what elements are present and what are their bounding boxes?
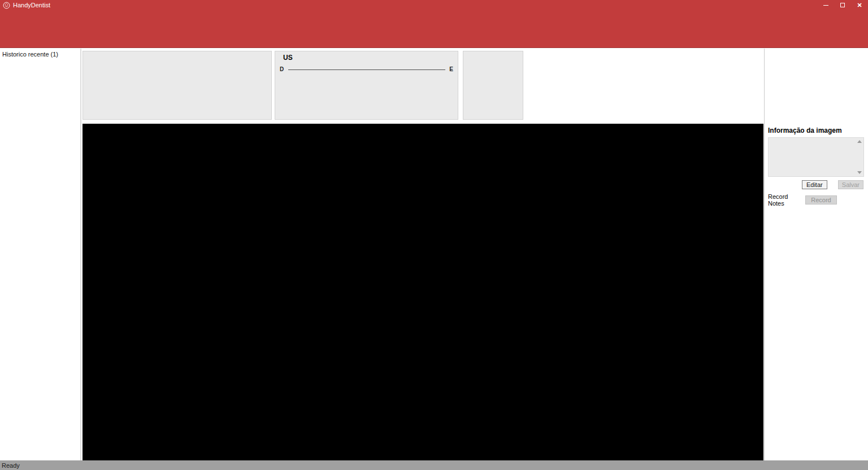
- numbering-system-label: US: [283, 54, 293, 62]
- record-notes-label: Record Notes: [768, 193, 805, 207]
- toolbar: [0, 21, 868, 48]
- menu-bar: [0, 10, 868, 21]
- status-bar: Ready: [0, 460, 868, 470]
- scroll-up-arrow-icon[interactable]: [857, 140, 862, 143]
- status-text: Ready: [2, 462, 20, 469]
- comments-textarea[interactable]: [768, 137, 864, 177]
- app-logo-icon: [3, 2, 10, 9]
- scroll-down-arrow-icon[interactable]: [857, 171, 862, 174]
- image-info-panel: Informação da imagem Editar Salvar Recor…: [764, 49, 868, 460]
- quadrant-horizontal-divider: [288, 69, 445, 71]
- main-area: Historico recente (1) US D E Informação …: [0, 49, 868, 460]
- tooth-chart-panel: [83, 51, 272, 120]
- edit-button[interactable]: Editar: [802, 180, 827, 189]
- upper-teeth-row: [90, 58, 264, 88]
- content-area: US D E: [83, 49, 868, 460]
- dentition-panel: [463, 51, 523, 120]
- close-button[interactable]: ✕: [851, 0, 868, 10]
- record-button[interactable]: Record: [805, 195, 837, 204]
- right-side-label: D: [280, 66, 284, 72]
- sidebar: Historico recente (1): [0, 49, 81, 460]
- minimize-button[interactable]: [817, 0, 834, 10]
- info-panel-title: Informação da imagem: [768, 127, 864, 134]
- title-bar: HandyDentist ✕: [0, 0, 868, 10]
- maximize-button[interactable]: [834, 0, 851, 10]
- lower-teeth-row: [90, 89, 264, 118]
- recent-history-header: Historico recente (1): [0, 49, 80, 61]
- window-title: HandyDentist: [13, 2, 50, 8]
- save-button[interactable]: Salvar: [838, 180, 863, 189]
- tooth-numbering-panel: US D E: [275, 51, 458, 120]
- left-side-label: E: [449, 66, 453, 72]
- image-grid-area: [83, 124, 763, 460]
